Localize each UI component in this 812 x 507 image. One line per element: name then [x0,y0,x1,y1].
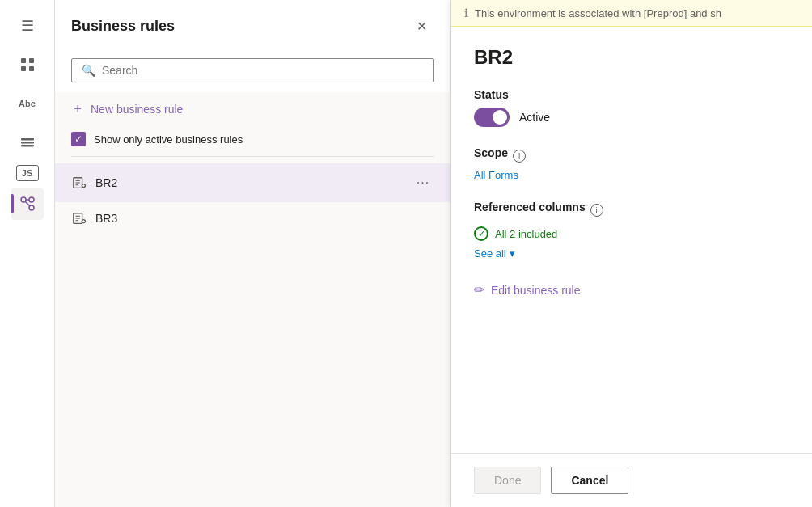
business-rule-icon-br3 [71,210,87,226]
svg-rect-3 [29,66,34,71]
status-toggle[interactable] [474,108,510,127]
search-box: 🔍 [71,58,434,82]
search-icon: 🔍 [82,64,95,77]
svg-rect-1 [29,58,34,63]
detail-content: BR2 Status Active Scope i All Forms Refe… [451,27,812,453]
scope-info-icon[interactable]: i [513,150,526,163]
edit-business-rule-button[interactable]: ✏ Edit business rule [474,282,789,298]
hamburger-menu-button[interactable]: ☰ [11,10,44,42]
close-panel-button[interactable]: ✕ [408,13,434,39]
check-circle-icon: ✓ [474,226,488,241]
js-icon-button[interactable]: JS [16,165,39,181]
status-toggle-row: Active [474,108,789,127]
referenced-columns-label: Referenced columns [474,201,586,213]
search-container: 🔍 [55,49,450,92]
svg-rect-0 [21,58,26,63]
info-banner-icon: ℹ [464,6,468,19]
rule-name-br3: BR3 [95,212,434,225]
scope-row: Scope i [474,146,789,166]
text-abc-icon-button[interactable]: Abc [11,87,44,120]
rule-item-br2[interactable]: BR2 ··· [55,163,450,202]
svg-point-10 [29,197,34,202]
svg-rect-6 [21,145,34,147]
panel-header: Business rules ✕ [55,0,450,49]
icon-sidebar: ☰ Abc JS [0,0,55,507]
svg-line-9 [25,201,30,206]
referenced-columns-value: All 2 included [495,228,557,240]
active-filter-label: Show only active business rules [94,133,243,146]
new-rule-label: New business rule [91,103,183,116]
active-filter-checkbox[interactable]: ✓ [71,132,86,146]
scope-label: Scope [474,146,508,159]
rule-menu-button-br2[interactable]: ··· [412,171,434,194]
rule-item-br3[interactable]: BR3 [55,202,450,234]
cancel-button[interactable]: Cancel [551,467,628,494]
detail-footer: Done Cancel [451,453,812,507]
layers-icon-button[interactable] [11,126,44,158]
plus-icon: ＋ [71,100,84,117]
panel-title: Business rules [71,18,175,35]
detail-panel: ℹ This environment is associated with [P… [451,0,812,507]
see-all-label: See all [474,247,506,260]
done-button[interactable]: Done [474,467,541,494]
status-label: Status [474,88,789,101]
chevron-down-icon: ▾ [510,247,515,260]
new-business-rule-button[interactable]: ＋ New business rule [55,92,450,125]
status-value: Active [519,111,550,124]
grid-icon-button[interactable] [11,49,44,81]
pencil-icon: ✏ [474,282,484,298]
svg-rect-5 [21,142,34,144]
toggle-knob [493,110,507,125]
connector-icon-button[interactable] [11,188,44,220]
search-input[interactable] [102,64,424,77]
svg-rect-2 [21,66,26,71]
rule-list: BR2 ··· BR3 [55,157,450,507]
referenced-columns-info-icon[interactable]: i [590,204,603,217]
info-banner-text: This environment is associated with [Pre… [475,7,721,19]
referenced-columns-row: Referenced columns i [474,201,789,220]
edit-rule-label: Edit business rule [491,284,581,297]
see-all-button[interactable]: See all ▾ [474,247,789,260]
filter-checkbox-row: ✓ Show only active business rules [55,125,450,156]
detail-title: BR2 [474,46,789,69]
business-rule-icon-br2 [71,175,87,191]
svg-rect-4 [21,138,34,141]
scope-value: All Forms [474,169,789,181]
business-rules-panel: Business rules ✕ 🔍 ＋ New business rule ✓… [55,0,451,507]
info-banner: ℹ This environment is associated with [P… [451,0,812,27]
rule-name-br2: BR2 [95,176,412,189]
